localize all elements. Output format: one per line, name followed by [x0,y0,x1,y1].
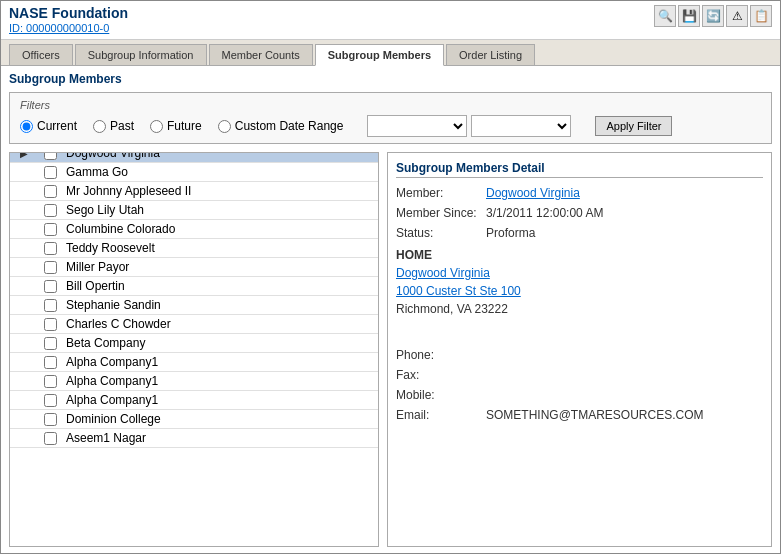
row-checkbox-input[interactable] [44,356,57,369]
tab-order-listing[interactable]: Order Listing [446,44,535,65]
row-checkbox-cell[interactable] [38,280,62,293]
binoculars-icon[interactable]: 🔍 [654,5,676,27]
info-icon[interactable]: 📋 [750,5,772,27]
detail-status-value: Proforma [486,226,535,240]
window-id[interactable]: ID: 000000000010-0 [9,22,109,34]
row-checkbox-input[interactable] [44,204,57,217]
row-checkbox-input[interactable] [44,413,57,426]
table-row[interactable]: Columbine Colorado [10,220,378,239]
row-checkbox-input[interactable] [44,280,57,293]
row-checkbox-cell[interactable] [38,318,62,331]
title-bar: NASE Foundation ID: 000000000010-0 🔍 💾 🔄… [1,1,780,40]
filter-row: Current Past Future Custom Date Range [20,115,761,137]
table-row[interactable]: Alpha Company1 [10,353,378,372]
row-checkbox-cell[interactable] [38,204,62,217]
row-label-text: Columbine Colorado [62,222,378,236]
table-row[interactable]: Charles C Chowder [10,315,378,334]
filter-custom-radio[interactable] [218,120,231,133]
row-checkbox-input[interactable] [44,299,57,312]
row-checkbox-cell[interactable] [38,375,62,388]
filter-future-radio[interactable] [150,120,163,133]
table-row[interactable]: Beta Company [10,334,378,353]
filter-current[interactable]: Current [20,119,77,133]
tab-subgroup-info[interactable]: Subgroup Information [75,44,207,65]
row-checkbox-input[interactable] [44,261,57,274]
row-checkbox-cell[interactable] [38,185,62,198]
row-checkbox-cell[interactable] [38,242,62,255]
detail-member-value[interactable]: Dogwood Virginia [486,186,580,200]
row-checkbox-cell[interactable] [38,152,62,160]
row-checkbox-cell[interactable] [38,337,62,350]
table-row[interactable]: Alpha Company1 [10,372,378,391]
filter-future[interactable]: Future [150,119,202,133]
apply-filter-button[interactable]: Apply Filter [595,116,672,136]
filters-label: Filters [20,99,761,111]
table-row[interactable]: Mr Johnny Appleseed II [10,182,378,201]
detail-mobile-label: Mobile: [396,388,486,402]
row-checkbox-input[interactable] [44,375,57,388]
row-checkbox-input[interactable] [44,394,57,407]
table-row[interactable]: Sego Lily Utah [10,201,378,220]
filter-current-radio[interactable] [20,120,33,133]
row-checkbox-input[interactable] [44,166,57,179]
row-label-text: Teddy Roosevelt [62,241,378,255]
row-checkbox-input[interactable] [44,337,57,350]
row-checkbox-input[interactable] [44,432,57,445]
date-dropdowns [367,115,571,137]
row-label-text: Stephanie Sandin [62,298,378,312]
row-label-text: Alpha Company1 [62,355,378,369]
table-row[interactable]: Stephanie Sandin [10,296,378,315]
row-checkbox-input[interactable] [44,223,57,236]
row-checkbox-input[interactable] [44,185,57,198]
addr-type: HOME [396,246,763,264]
window-title: NASE Foundation [9,5,128,21]
list-body: ▶Dogwood VirginiaGamma GoMr Johnny Apple… [10,152,378,546]
tab-officers[interactable]: Officers [9,44,73,65]
row-label-text: Alpha Company1 [62,393,378,407]
warning-icon[interactable]: ⚠ [726,5,748,27]
row-label-text: Aseem1 Nagar [62,431,378,445]
table-row[interactable]: Alpha Company1 [10,391,378,410]
row-checkbox-cell[interactable] [38,432,62,445]
detail-since-value: 3/1/2011 12:00:00 AM [486,206,603,220]
filter-custom[interactable]: Custom Date Range [218,119,344,133]
table-row[interactable]: Gamma Go [10,163,378,182]
row-label-text: Miller Payor [62,260,378,274]
filter-past[interactable]: Past [93,119,134,133]
row-label-text: Bill Opertin [62,279,378,293]
table-row[interactable]: Teddy Roosevelt [10,239,378,258]
tab-member-counts[interactable]: Member Counts [209,44,313,65]
address-block: HOME Dogwood Virginia 1000 Custer St Ste… [396,246,763,318]
row-checkbox-cell[interactable] [38,394,62,407]
row-arrow-icon: ▶ [10,152,38,159]
detail-member-label: Member: [396,186,486,200]
table-row[interactable]: Bill Opertin [10,277,378,296]
detail-email-label: Email: [396,408,486,422]
row-checkbox-cell[interactable] [38,223,62,236]
tab-subgroup-members[interactable]: Subgroup Members [315,44,444,66]
row-checkbox-input[interactable] [44,242,57,255]
row-checkbox-cell[interactable] [38,356,62,369]
row-label-text: Sego Lily Utah [62,203,378,217]
row-checkbox-cell[interactable] [38,261,62,274]
row-checkbox-cell[interactable] [38,166,62,179]
row-checkbox-cell[interactable] [38,299,62,312]
title-text: NASE Foundation ID: 000000000010-0 [9,5,128,35]
refresh-icon[interactable]: 🔄 [702,5,724,27]
row-checkbox-input[interactable] [44,152,57,160]
page-title: Subgroup Members [9,72,772,86]
date-to-dropdown[interactable] [471,115,571,137]
date-from-dropdown[interactable] [367,115,467,137]
row-checkbox-cell[interactable] [38,413,62,426]
row-label-text: Beta Company [62,336,378,350]
table-row[interactable]: Miller Payor [10,258,378,277]
table-row[interactable]: Dominion College [10,410,378,429]
save-icon[interactable]: 💾 [678,5,700,27]
filter-past-radio[interactable] [93,120,106,133]
table-row[interactable]: ▶Dogwood Virginia [10,152,378,163]
row-label-text: Mr Johnny Appleseed II [62,184,378,198]
table-row[interactable]: Aseem1 Nagar [10,429,378,448]
detail-phone-row: Phone: [396,348,763,362]
row-checkbox-input[interactable] [44,318,57,331]
detail-fax-row: Fax: [396,368,763,382]
